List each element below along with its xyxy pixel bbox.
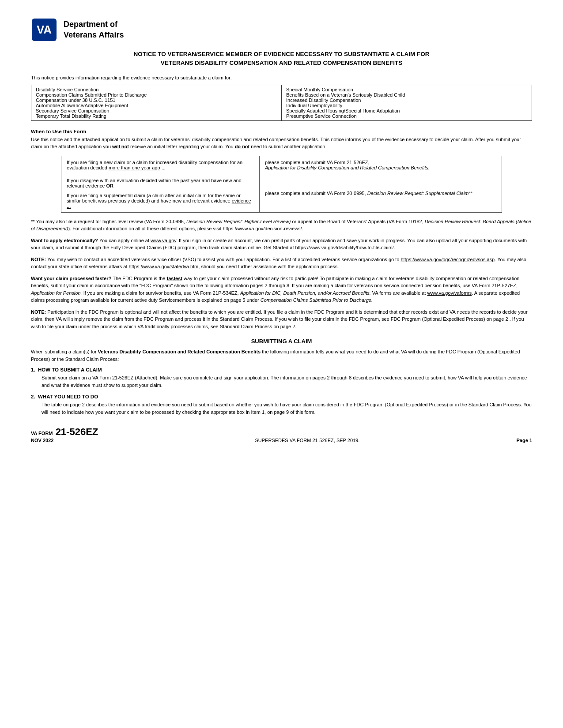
claim-types-table: Disability Service Connection Compensati… bbox=[31, 85, 532, 121]
when-to-use-text: Use this notice and the attached applica… bbox=[31, 136, 532, 150]
vso-link[interactable]: https://www.va.gov/ogc/recognizedvsos.as… bbox=[401, 257, 495, 262]
section-1-title: 1. HOW TO SUBMIT A CLAIM bbox=[31, 367, 532, 372]
va-logo: VA bbox=[31, 18, 57, 42]
va-gov-link[interactable]: www.va.gov bbox=[151, 238, 176, 243]
main-title: NOTICE TO VETERAN/SERVICE MEMBER OF EVID… bbox=[31, 50, 532, 68]
section-1: 1. HOW TO SUBMIT A CLAIM Submit your cla… bbox=[31, 367, 532, 389]
submitting-intro: When submitting a claim(s) for Veterans … bbox=[31, 348, 532, 363]
instruction-row-1-right: please complete and submit VA Form 21-52… bbox=[260, 156, 502, 174]
claim-right-col: Special Monthly Compensation Benefits Ba… bbox=[282, 85, 532, 120]
list-item: Secondary Service Compensation bbox=[36, 108, 277, 113]
svg-text:VA: VA bbox=[37, 23, 52, 36]
intro-text: This notice provides information regardi… bbox=[31, 75, 532, 80]
section-2-title: 2. WHAT YOU NEED TO DO bbox=[31, 394, 532, 399]
claim-left-col: Disability Service Connection Compensati… bbox=[31, 85, 282, 120]
list-item: Compensation under 38 U.S.C. 1151 bbox=[36, 98, 277, 103]
vaforms-link[interactable]: www.va.gov/vaforms bbox=[427, 290, 472, 296]
list-item: Automobile Allowance/Adaptive Equipment bbox=[36, 103, 277, 108]
list-item: Compensation Claims Submitted Prior to D… bbox=[36, 92, 277, 98]
list-item: Disability Service Connection bbox=[36, 87, 277, 92]
list-item: Individual Unemployability bbox=[286, 103, 527, 108]
fdc-link[interactable]: https://www.va.gov/disability/how-to-fil… bbox=[295, 245, 394, 250]
section-2-text: The table on page 2 describes the inform… bbox=[31, 401, 532, 416]
vso-note-para: NOTE: You may wish to contact an accredi… bbox=[31, 256, 532, 270]
instruction-row-2-right: please complete and submit VA Form 20-09… bbox=[260, 174, 502, 212]
list-item: Temporary Total Disability Rating bbox=[36, 113, 277, 119]
list-item: Special Monthly Compensation bbox=[286, 87, 527, 92]
list-item: Specially Adapted Housing/Special Home A… bbox=[286, 108, 527, 113]
when-to-use-heading: When to Use this Form bbox=[31, 129, 532, 134]
list-item: Increased Disability Compensation bbox=[286, 98, 527, 103]
list-item: Benefits Based on a Veteran's Seriously … bbox=[286, 92, 527, 98]
form-date: NOV 2022 bbox=[31, 438, 53, 443]
page-footer: VA FORM 21-526EZ NOV 2022 SUPERSEDES VA … bbox=[31, 426, 532, 443]
footnote-text: ** You may also file a request for highe… bbox=[31, 218, 532, 233]
decision-reviews-link[interactable]: https://www.va.gov/decision-reviews/ bbox=[223, 226, 302, 231]
list-item: Presumptive Service Connection bbox=[286, 113, 527, 119]
header: VA Department of Veterans Affairs bbox=[31, 18, 532, 42]
form-number: 21-526EZ bbox=[56, 426, 98, 437]
instruction-row-1-left: If you are filing a new claim or a claim… bbox=[61, 156, 260, 174]
statdva-link[interactable]: https://www.va.gov/statedva.htm bbox=[129, 264, 199, 269]
footer-supersedes: SUPERSEDES VA FORM 21-526EZ, SEP 2019. bbox=[255, 438, 359, 443]
instruction-table: If you are filing a new claim or a claim… bbox=[61, 156, 502, 213]
form-label: VA FORM bbox=[31, 431, 53, 436]
instruction-row-2-left: If you disagree with an evaluation decid… bbox=[61, 174, 260, 212]
section-1-text: Submit your claim on a VA Form 21-526EZ … bbox=[31, 374, 532, 389]
footer-form-info: VA FORM 21-526EZ NOV 2022 bbox=[31, 426, 98, 443]
fdc-note-para: NOTE: Participation in the FDC Program i… bbox=[31, 308, 532, 330]
submitting-heading: SUBMITTING A CLAIM bbox=[31, 338, 532, 345]
electronic-para: Want to apply electronically? You can ap… bbox=[31, 237, 532, 251]
faster-para: Want your claim processed faster? The FD… bbox=[31, 275, 532, 304]
footer-page: Page 1 bbox=[517, 438, 532, 443]
org-name: Department of Veterans Affairs bbox=[64, 19, 124, 40]
section-2: 2. WHAT YOU NEED TO DO The table on page… bbox=[31, 394, 532, 416]
